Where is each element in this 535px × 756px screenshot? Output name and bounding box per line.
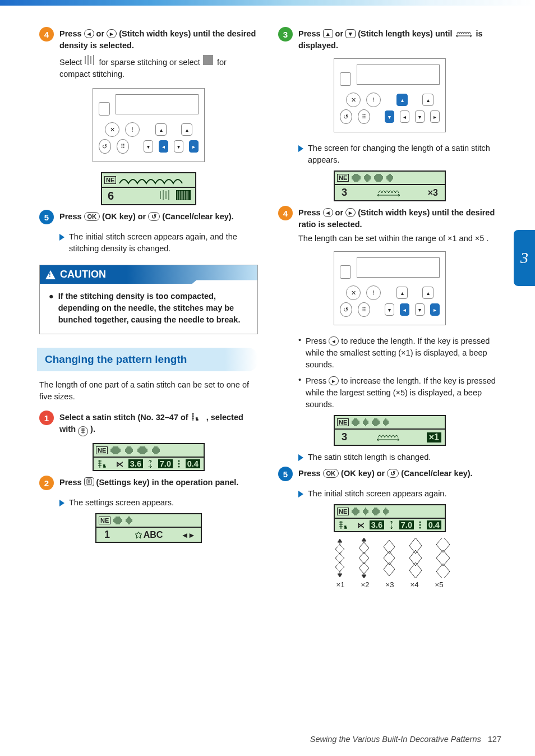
- text: The satin stitch length is changed.: [308, 451, 501, 463]
- text: Select: [59, 58, 84, 67]
- width-icon: [389, 520, 394, 530]
- left-step-4: 4 Press ◂ or ▸ (Stitch width keys) until…: [39, 28, 258, 80]
- row: 1: [100, 529, 114, 541]
- val-c: 0.4: [427, 520, 441, 529]
- val-b: 7.0: [158, 459, 173, 468]
- length-changed-note: The satin stitch length is changed.: [298, 451, 501, 463]
- operation-panel-diagram-right: ✕! ▴ ▴ ↺⠿ ▾ ◂ ▾ ▸: [334, 58, 446, 132]
- svg-marker-182: [409, 563, 422, 578]
- svg-marker-171: [359, 552, 369, 564]
- svg-marker-169: [338, 574, 342, 577]
- left-arrow-key-icon: ◂: [323, 208, 333, 217]
- down-arrow-key-icon: ▾: [345, 29, 356, 38]
- lcd-label: NE: [337, 508, 349, 515]
- lcd-stitch-display-final: NE ₁ ⋉ 3.6 7.0 0.4: [334, 504, 446, 532]
- satin-rows-icon: [350, 506, 434, 517]
- satin-rows-icon: [350, 417, 434, 427]
- step-number-5: 5: [278, 467, 293, 481]
- lcd-label: NE: [96, 446, 108, 454]
- text: or: [96, 29, 107, 38]
- divider-icon: [177, 459, 181, 469]
- svg-point-59: [178, 460, 180, 462]
- svg-point-61: [178, 466, 180, 468]
- svg-point-161: [419, 524, 421, 526]
- right-step-4: 4 Press ◂ or ▸ (Stitch width keys) until…: [278, 207, 501, 245]
- svg-point-60: [178, 463, 180, 465]
- settings-text: ABC: [144, 530, 163, 540]
- group-select-key-icon: [78, 426, 88, 436]
- length-scale-figure: ×1 ×2 ×3 ×4 ×5: [278, 538, 501, 589]
- cancel-key-icon: ↺: [387, 469, 399, 478]
- highlighted-down-key: ▾: [385, 110, 394, 123]
- lcd-label: NE: [99, 517, 110, 524]
- scale-x3: ×3: [386, 580, 394, 589]
- row: 3: [338, 187, 350, 199]
- svg-marker-181: [409, 550, 422, 566]
- warning-triangle-icon: [45, 270, 56, 279]
- text: (Cancel/clear key).: [162, 212, 233, 221]
- val-b: 7.0: [399, 520, 414, 529]
- stitch-group-icon: ₁: [191, 413, 206, 422]
- right-step-2-result: The settings screen appears.: [59, 497, 258, 509]
- right-step-2: 2 Press (Settings key) in the operation …: [39, 477, 258, 490]
- text: Press: [306, 336, 329, 345]
- step-number-3: 3: [278, 27, 293, 42]
- lcd-label: NE: [337, 174, 349, 182]
- text: or: [335, 208, 346, 217]
- scale-x2: ×2: [361, 580, 370, 589]
- compact-stitch-icon: [202, 58, 217, 67]
- text: or: [335, 29, 346, 38]
- text: and: [459, 234, 475, 243]
- left-arrow-key-icon: ◂: [329, 336, 339, 345]
- text: (OK key) or: [102, 212, 148, 221]
- svg-marker-170: [359, 542, 369, 554]
- reduce-length-note: Press ◂ to reduce the length. If the key…: [298, 335, 501, 371]
- text: (Cancel/clear key).: [401, 469, 472, 478]
- page-footer: Sewing the Various Built-In Decorative P…: [0, 735, 535, 744]
- step-number-1: 1: [39, 411, 54, 425]
- sparse-stitch-icon: [84, 58, 99, 67]
- highlighted-left-key: ◂: [400, 303, 409, 316]
- row: 3: [338, 431, 350, 443]
- text: The initial stitch screen appears again,…: [69, 231, 258, 255]
- operation-panel-diagram: ✕! ▴ ▴ ↺⠿ ▾ ◂ ▾ ▸: [93, 88, 205, 162]
- highlighted-up-key: ▴: [396, 94, 408, 106]
- step-number-2: 2: [39, 476, 54, 490]
- text: The length can be set within the range o…: [298, 234, 448, 243]
- tag: ×1: [427, 432, 441, 442]
- ok-key-icon: OK: [84, 212, 100, 221]
- cancel-key-icon: ↺: [148, 212, 160, 221]
- top-accent-bar: [0, 0, 535, 6]
- group-icon: ₁: [97, 459, 112, 469]
- svg-text:₁: ₁: [196, 414, 199, 421]
- page-number: 127: [488, 735, 501, 744]
- settings-key-icon: [84, 477, 94, 486]
- footer-text: Sewing the Various Built-In Decorative P…: [310, 735, 481, 744]
- text: ).: [90, 425, 95, 434]
- svg-text:₁: ₁: [344, 523, 347, 529]
- step-number-4: 4: [39, 27, 54, 42]
- step-number-4: 4: [278, 206, 293, 220]
- svg-point-160: [419, 522, 421, 523]
- text: Press: [298, 29, 323, 38]
- right-step-3: 3 Press ▴ or ▾ (Stitch length keys) unti…: [278, 28, 501, 52]
- caution-text: If the stitching density is too compacte…: [58, 291, 248, 326]
- text: Press: [59, 29, 84, 38]
- lcd-value: 6: [105, 190, 114, 202]
- left-step-5-result: The initial stitch screen appears again,…: [59, 231, 258, 255]
- wave-icon: [118, 174, 186, 186]
- text: Press: [59, 478, 84, 487]
- star-icon: [135, 531, 142, 539]
- right-arrow-key-icon: ▸: [329, 376, 339, 385]
- svg-point-162: [419, 527, 421, 529]
- svg-marker-172: [359, 563, 369, 574]
- val-a: 3.6: [370, 520, 384, 529]
- ok-key-icon: OK: [323, 469, 339, 478]
- group-icon: ₁: [338, 520, 353, 530]
- svg-marker-167: [338, 539, 342, 542]
- satin-rows-icon: [350, 173, 434, 183]
- right-step-1: 1 Select a satin stitch (No. 32–47 of ₁ …: [39, 412, 258, 436]
- val-c: 0.4: [186, 459, 200, 468]
- text: The initial stitch screen appears again.: [308, 488, 501, 500]
- svg-marker-180: [409, 538, 422, 554]
